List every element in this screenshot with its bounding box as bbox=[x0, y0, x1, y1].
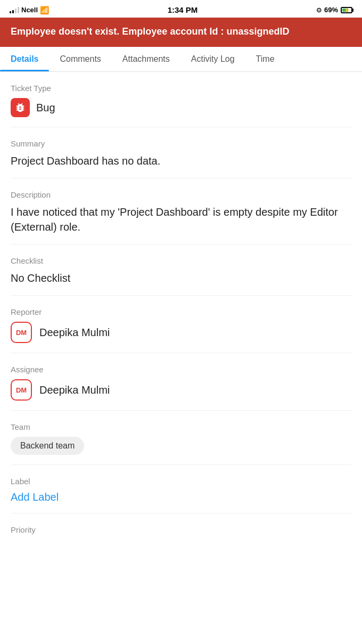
bug-icon bbox=[11, 98, 30, 117]
status-bar-left: Ncell 📶 bbox=[10, 6, 49, 14]
assignee-avatar: DM bbox=[11, 379, 32, 401]
team-section: Team Backend team bbox=[11, 411, 351, 465]
status-bar-time: 1:34 PM bbox=[168, 5, 198, 14]
tab-comments[interactable]: Comments bbox=[49, 47, 111, 71]
tab-activity-log[interactable]: Activity Log bbox=[180, 47, 245, 71]
ticket-type-section: Ticket Type Bug bbox=[11, 72, 351, 127]
label-label: Label bbox=[11, 477, 351, 486]
reporter-name: Deepika Mulmi bbox=[39, 327, 110, 339]
reporter-label: Reporter bbox=[11, 307, 351, 316]
location-icon: ⊙ bbox=[316, 6, 322, 14]
description-label: Description bbox=[11, 190, 351, 199]
status-bar: Ncell 📶 1:34 PM ⊙ 69% ⚡ bbox=[0, 0, 362, 18]
checklist-section: Checklist No Checklist bbox=[11, 244, 351, 296]
main-content: Ticket Type Bug Summary Project Dashboar… bbox=[0, 72, 362, 545]
reporter-avatar: DM bbox=[11, 322, 32, 343]
label-section: Label Add Label bbox=[11, 465, 351, 513]
description-value: I have noticed that my 'Project Dashboar… bbox=[11, 205, 351, 234]
priority-section: Priority bbox=[11, 513, 351, 545]
tabs-container: Details Comments Attachments Activity Lo… bbox=[0, 47, 362, 72]
error-banner: Employee doesn't exist. Employee account… bbox=[0, 18, 362, 47]
priority-label: Priority bbox=[11, 525, 351, 534]
assignee-section: Assignee DM Deepika Mulmi bbox=[11, 353, 351, 411]
error-banner-text: Employee doesn't exist. Employee account… bbox=[11, 25, 351, 38]
signal-icon bbox=[10, 7, 19, 13]
ticket-type-row: Bug bbox=[11, 98, 351, 117]
description-section: Description I have noticed that my 'Proj… bbox=[11, 178, 351, 244]
reporter-avatar-row: DM Deepika Mulmi bbox=[11, 322, 351, 343]
summary-label: Summary bbox=[11, 139, 351, 148]
tab-time[interactable]: Time bbox=[245, 47, 285, 71]
carrier-name: Ncell bbox=[21, 6, 38, 14]
status-bar-right: ⊙ 69% ⚡ bbox=[316, 6, 352, 14]
team-badge[interactable]: Backend team bbox=[11, 437, 84, 455]
reporter-section: Reporter DM Deepika Mulmi bbox=[11, 296, 351, 353]
assignee-label: Assignee bbox=[11, 365, 351, 374]
tab-details[interactable]: Details bbox=[0, 47, 49, 71]
team-label: Team bbox=[11, 422, 351, 431]
ticket-type-value: Bug bbox=[36, 100, 55, 115]
tab-attachments[interactable]: Attachments bbox=[112, 47, 180, 71]
checklist-value: No Checklist bbox=[11, 271, 351, 286]
wifi-icon: 📶 bbox=[40, 6, 49, 14]
add-label-button[interactable]: Add Label bbox=[11, 491, 59, 503]
ticket-type-label: Ticket Type bbox=[11, 84, 351, 93]
assignee-avatar-row: DM Deepika Mulmi bbox=[11, 379, 351, 401]
summary-value: Project Dashboard has no data. bbox=[11, 153, 351, 168]
summary-section: Summary Project Dashboard has no data. bbox=[11, 127, 351, 178]
battery-icon: ⚡ bbox=[341, 7, 352, 13]
battery-percent: 69% bbox=[324, 6, 338, 14]
checklist-label: Checklist bbox=[11, 256, 351, 265]
assignee-name: Deepika Mulmi bbox=[39, 384, 110, 396]
